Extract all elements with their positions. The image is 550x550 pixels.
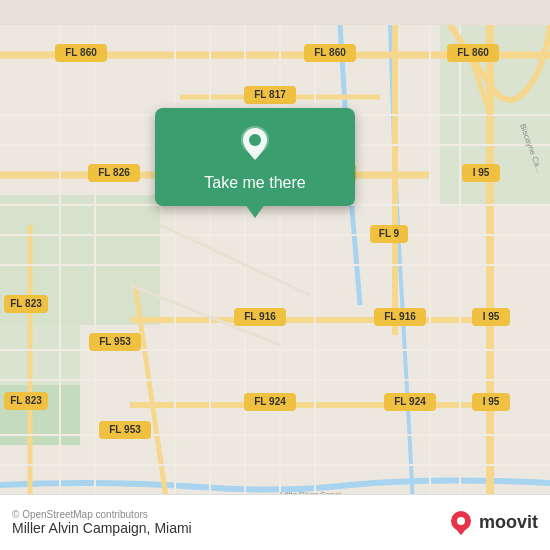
svg-point-73 (249, 134, 261, 146)
svg-text:FL 823: FL 823 (10, 298, 42, 309)
map-container: FL 860 FL 860 FL 860 FL 817 FL 826 FL 82… (0, 0, 550, 550)
svg-text:FL 916: FL 916 (244, 311, 276, 322)
svg-text:I 95: I 95 (483, 396, 500, 407)
svg-text:FL 924: FL 924 (394, 396, 426, 407)
popup-card: Take me there (155, 108, 355, 206)
svg-text:FL 916: FL 916 (384, 311, 416, 322)
bottom-bar: © OpenStreetMap contributors Miller Alvi… (0, 494, 550, 550)
svg-rect-3 (0, 325, 80, 385)
svg-point-75 (457, 517, 465, 525)
svg-text:I 95: I 95 (473, 167, 490, 178)
svg-text:FL 826: FL 826 (98, 167, 130, 178)
map-background: FL 860 FL 860 FL 860 FL 817 FL 826 FL 82… (0, 0, 550, 550)
copyright-text: © OpenStreetMap contributors (12, 509, 192, 520)
svg-text:I 95: I 95 (483, 311, 500, 322)
svg-text:FL 860: FL 860 (65, 47, 97, 58)
svg-text:FL 953: FL 953 (109, 424, 141, 435)
take-me-there-button[interactable]: Take me there (204, 172, 305, 194)
location-name: Miller Alvin Campaign, Miami (12, 520, 192, 536)
svg-text:FL 823: FL 823 (10, 395, 42, 406)
svg-text:FL 817: FL 817 (254, 89, 286, 100)
moovit-brand-icon (447, 509, 475, 537)
svg-text:FL 860: FL 860 (457, 47, 489, 58)
svg-text:FL 9: FL 9 (379, 228, 400, 239)
svg-text:FL 860: FL 860 (314, 47, 346, 58)
moovit-brand-text: moovit (479, 512, 538, 533)
svg-text:FL 953: FL 953 (99, 336, 131, 347)
location-pin-icon (235, 124, 275, 164)
moovit-logo: moovit (447, 509, 538, 537)
location-info: © OpenStreetMap contributors Miller Alvi… (12, 509, 192, 536)
svg-text:FL 924: FL 924 (254, 396, 286, 407)
